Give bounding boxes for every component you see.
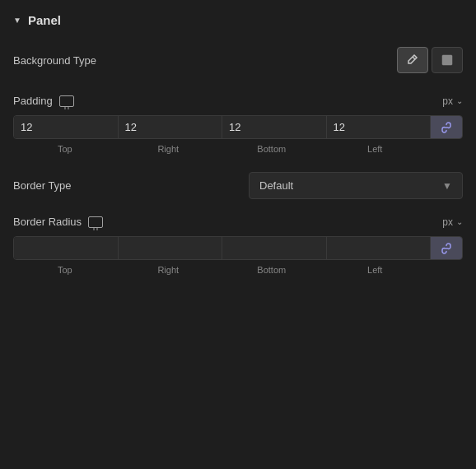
padding-input-grid <box>13 115 463 139</box>
border-link-icon <box>441 242 452 255</box>
paint-icon <box>406 53 419 67</box>
padding-row: Padding px ⌄ <box>13 95 463 107</box>
padding-right-input[interactable] <box>125 121 216 133</box>
padding-top-label: Top <box>13 142 117 156</box>
border-radius-bottom-input[interactable] <box>229 242 320 254</box>
padding-right-cell <box>119 116 223 138</box>
border-type-row: Border Type Default ▼ <box>13 172 463 199</box>
padding-left-label: Left <box>324 142 427 156</box>
background-type-row: Background Type <box>13 47 463 73</box>
svg-rect-1 <box>442 55 452 65</box>
border-type-arrow-icon: ▼ <box>442 180 452 192</box>
border-radius-row: Border Radius px ⌄ <box>13 216 463 228</box>
link-icon <box>441 121 452 134</box>
svg-line-0 <box>413 57 415 59</box>
border-radius-left-input[interactable] <box>334 242 424 254</box>
panel-header: ▼ Panel <box>13 13 463 27</box>
border-radius-link-button[interactable] <box>431 237 462 259</box>
border-radius-right-label: Right <box>117 263 221 276</box>
border-radius-right-cell <box>119 237 223 259</box>
border-radius-monitor-icon <box>88 216 103 228</box>
padding-link-button[interactable] <box>431 116 462 138</box>
border-radius-input-grid <box>13 236 463 260</box>
padding-top-input[interactable] <box>21 121 111 133</box>
border-radius-left-cell <box>327 237 432 259</box>
border-radius-unit-select[interactable]: px ⌄ <box>442 216 463 228</box>
border-radius-section: Border Radius px ⌄ <box>13 216 463 276</box>
background-type-group <box>397 47 463 73</box>
padding-label: Padding <box>13 95 74 107</box>
border-radius-right-input[interactable] <box>125 242 216 254</box>
border-type-value: Default <box>259 179 293 192</box>
padding-bottom-cell <box>222 116 327 138</box>
background-type-label: Background Type <box>13 54 96 67</box>
bg-type-image-button[interactable] <box>432 47 463 73</box>
bg-type-paint-button[interactable] <box>397 47 428 73</box>
panel-chevron-icon[interactable]: ▼ <box>13 16 21 25</box>
padding-left-input[interactable] <box>334 121 424 133</box>
padding-bottom-label: Bottom <box>220 142 324 156</box>
border-radius-label: Border Radius <box>13 216 103 228</box>
padding-labels: Top Right Bottom Left <box>13 142 463 156</box>
border-radius-labels: Top Right Bottom Left <box>13 263 463 276</box>
border-radius-top-cell <box>14 237 119 259</box>
border-radius-bottom-label: Bottom <box>220 263 324 276</box>
padding-top-cell <box>14 116 119 138</box>
border-radius-left-label: Left <box>324 263 427 276</box>
padding-monitor-icon <box>59 95 74 107</box>
padding-unit-select[interactable]: px ⌄ <box>442 95 463 107</box>
panel-container: ▼ Panel Background Type Padding <box>0 0 476 306</box>
padding-right-label: Right <box>117 142 221 156</box>
border-radius-bottom-cell <box>222 237 327 259</box>
padding-bottom-input[interactable] <box>229 121 320 133</box>
image-icon <box>441 53 454 67</box>
border-radius-top-label: Top <box>13 263 117 276</box>
border-type-label: Border Type <box>13 179 72 192</box>
padding-left-cell <box>327 116 432 138</box>
border-radius-top-input[interactable] <box>21 242 111 254</box>
panel-title: Panel <box>28 13 61 27</box>
border-type-dropdown[interactable]: Default ▼ <box>249 172 463 199</box>
